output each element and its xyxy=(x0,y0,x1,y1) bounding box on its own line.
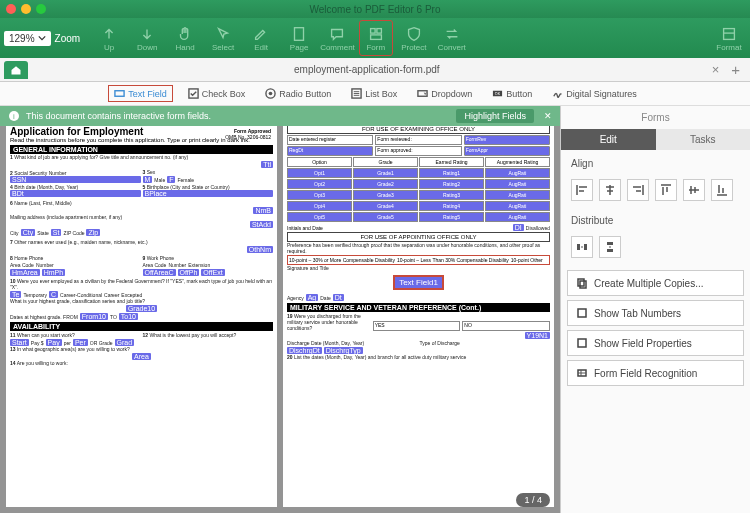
align-center-h[interactable] xyxy=(599,179,621,201)
window-controls xyxy=(6,4,46,14)
radio-tool[interactable]: Radio Button xyxy=(260,86,336,101)
distribute-buttons xyxy=(561,230,750,264)
section-military: MILITARY SERVICE AND VETERAN PREFERENCE … xyxy=(287,303,550,312)
textfield-tool[interactable]: Text Field xyxy=(108,85,173,102)
page-button[interactable]: Page xyxy=(282,20,316,56)
svg-point-8 xyxy=(269,92,273,96)
othname-field[interactable]: OthNm xyxy=(247,246,273,253)
checkbox-icon xyxy=(188,88,199,99)
cursor-icon xyxy=(214,25,232,43)
female-field[interactable]: F xyxy=(167,176,175,183)
state-field[interactable]: St xyxy=(51,229,62,236)
address-field[interactable]: StAdd xyxy=(250,221,273,228)
button-tool[interactable]: OKButton xyxy=(487,86,537,101)
create-copies-action[interactable]: Create Multiple Copies... xyxy=(567,270,744,296)
show-tab-numbers-action[interactable]: Show Tab Numbers xyxy=(567,300,744,326)
signature-tool[interactable]: Digital Signatures xyxy=(547,86,642,101)
minimize-window[interactable] xyxy=(21,4,31,14)
bplace-field[interactable]: BPlace xyxy=(143,190,274,197)
highlight-fields-button[interactable]: Highlight Fields xyxy=(456,109,534,123)
convert-icon xyxy=(443,25,461,43)
home-tab[interactable] xyxy=(4,61,28,79)
tab-edit[interactable]: Edit xyxy=(561,129,656,150)
city-field[interactable]: Cty xyxy=(21,229,36,236)
comment-icon xyxy=(328,25,346,43)
svg-rect-1 xyxy=(370,28,375,32)
male-field[interactable]: M xyxy=(143,176,153,183)
hand-icon xyxy=(176,25,194,43)
page-1[interactable]: Released 6/29/2013. Header Application f… xyxy=(6,110,277,507)
form-recognition-action[interactable]: Form Field Recognition xyxy=(567,360,744,386)
hmph-field[interactable]: HmPh xyxy=(42,269,65,276)
page-indicator[interactable]: 1 / 4 xyxy=(516,493,550,507)
section-appointing: FOR USE OF APPOINTING OFFICE ONLY xyxy=(287,232,550,242)
hand-button[interactable]: Hand xyxy=(168,20,202,56)
info-icon: i xyxy=(8,110,20,122)
form-approved: Form ApprovedOMB No. 3206-0812 xyxy=(225,128,271,140)
format-icon xyxy=(720,25,738,43)
protect-button[interactable]: Protect xyxy=(397,20,431,56)
select-button[interactable]: Select xyxy=(206,20,240,56)
form-button[interactable]: Form xyxy=(359,20,393,56)
zoom-value: 129% xyxy=(9,33,35,44)
copies-icon xyxy=(576,277,588,289)
sidebar: Forms Edit Tasks Align Distribute Create… xyxy=(560,106,750,513)
svg-rect-2 xyxy=(377,28,382,32)
format-button[interactable]: Format xyxy=(712,20,746,56)
banner-text: This document contains interactive form … xyxy=(26,111,211,121)
selected-textfield[interactable]: Text Field1 xyxy=(393,275,444,290)
textfield-icon xyxy=(114,88,125,99)
ttl-field[interactable]: Ttl xyxy=(261,161,273,168)
banner-close[interactable]: ✕ xyxy=(544,111,552,121)
new-tab[interactable]: + xyxy=(725,61,746,78)
distribute-h[interactable] xyxy=(571,236,593,258)
up-button[interactable]: Up xyxy=(92,20,126,56)
align-center-v[interactable] xyxy=(683,179,705,201)
hmarea-field[interactable]: HmArea xyxy=(10,269,40,276)
svg-text:OK: OK xyxy=(495,92,501,96)
align-top[interactable] xyxy=(655,179,677,201)
show-field-props-action[interactable]: Show Field Properties xyxy=(567,330,744,356)
props-icon xyxy=(576,337,588,349)
radio-icon xyxy=(265,88,276,99)
svg-rect-21 xyxy=(578,309,586,317)
close-window[interactable] xyxy=(6,4,16,14)
name-field[interactable]: NmB xyxy=(253,207,273,214)
checkbox-tool[interactable]: Check Box xyxy=(183,86,251,101)
document-viewport[interactable]: i This document contains interactive for… xyxy=(0,106,560,513)
align-bottom[interactable] xyxy=(711,179,733,201)
svg-rect-15 xyxy=(577,244,580,250)
dropdown-icon xyxy=(417,88,428,99)
zip-field[interactable]: Zip xyxy=(86,229,100,236)
convert-button[interactable]: Convert xyxy=(435,20,469,56)
down-button[interactable]: Down xyxy=(130,20,164,56)
window-title: Welcome to PDF Editor 6 Pro xyxy=(310,4,441,15)
distribute-v[interactable] xyxy=(599,236,621,258)
ssn-field[interactable]: SSN xyxy=(10,176,141,183)
align-right[interactable] xyxy=(627,179,649,201)
zoom-control[interactable]: 129% Zoom xyxy=(4,31,80,46)
edit-button[interactable]: Edit xyxy=(244,20,278,56)
listbox-tool[interactable]: List Box xyxy=(346,86,402,101)
zoom-window[interactable] xyxy=(36,4,46,14)
document-tab[interactable]: employment-application-form.pdf xyxy=(28,64,706,75)
comment-button[interactable]: Comment xyxy=(320,20,355,56)
bdt-field[interactable]: BDt xyxy=(10,190,141,197)
svg-rect-17 xyxy=(607,242,613,245)
grade10-field[interactable]: Grade10 xyxy=(126,305,157,312)
svg-rect-22 xyxy=(578,339,586,347)
svg-rect-4 xyxy=(724,28,735,39)
dropdown-tool[interactable]: Dropdown xyxy=(412,86,477,101)
svg-rect-20 xyxy=(580,281,586,288)
main-area: i This document contains interactive for… xyxy=(0,106,750,513)
main-toolbar: 129% Zoom Up Down Hand Select Edit Page … xyxy=(0,18,750,58)
titlebar: Welcome to PDF Editor 6 Pro xyxy=(0,0,750,18)
close-tab[interactable]: × xyxy=(706,62,726,77)
align-left[interactable] xyxy=(571,179,593,201)
svg-rect-19 xyxy=(578,279,584,286)
form-toolbar: Text Field Check Box Radio Button List B… xyxy=(0,82,750,106)
button-icon: OK xyxy=(492,88,503,99)
tab-tasks[interactable]: Tasks xyxy=(656,129,751,150)
page-2[interactable]: DO NOT WRITE IN THIS AREA FOR USE OF EXA… xyxy=(283,110,554,507)
home-icon xyxy=(10,64,22,76)
